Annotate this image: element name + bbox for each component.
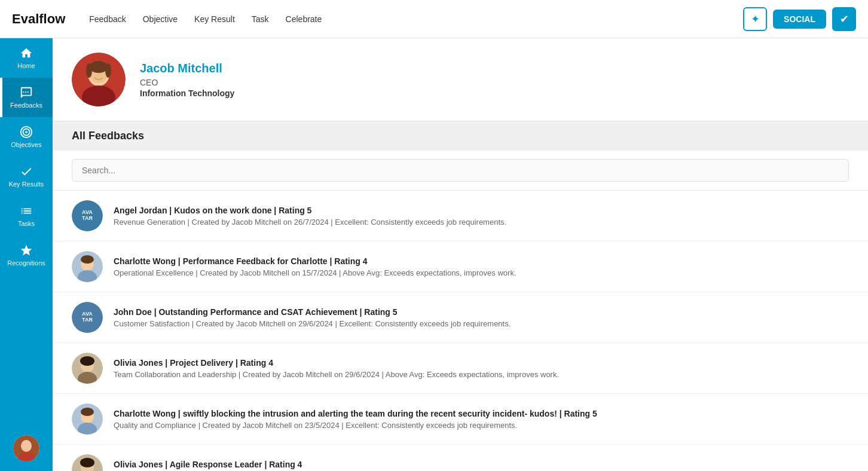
main-layout: Home Feedbacks Objectives Key Results: [0, 38, 868, 471]
feedbacks-icon: [20, 86, 33, 99]
sidebar-item-wrapper-recognitions: Recognitions: [0, 236, 53, 275]
feedback-text: Olivia Jones | Project Delivery | Rating…: [114, 358, 849, 379]
profile-header: Jacob Mitchell CEO Information Technolog…: [53, 38, 868, 121]
check-button[interactable]: ✔: [832, 7, 856, 31]
nav-key-result[interactable]: Key Result: [194, 14, 235, 24]
app-logo: Evalflow: [12, 11, 65, 27]
avatar: [72, 251, 103, 282]
avatar-text: AVATAR: [82, 210, 93, 222]
profile-avatar-image: [72, 53, 126, 106]
feedback-item[interactable]: Charlotte Wong | swiftly blocking the in…: [53, 394, 868, 445]
feedback-text: John Doe | Outstanding Performance and C…: [114, 307, 849, 328]
feedback-title: Olivia Jones | Agile Response Leader | R…: [114, 460, 849, 469]
avatar: [72, 353, 103, 384]
feedback-list: AVATAR Angel Jordan | Kudos on the work …: [53, 191, 868, 471]
ai-button[interactable]: ✦: [743, 7, 767, 31]
sidebar-item-keyresults[interactable]: Key Results: [0, 157, 53, 196]
avatar-oj2: [72, 454, 103, 471]
feedback-item[interactable]: Charlotte Wong | Performance Feedback fo…: [53, 241, 868, 292]
home-icon: [20, 47, 33, 60]
svg-point-24: [81, 408, 94, 416]
feedback-text: Olivia Jones | Agile Response Leader | R…: [114, 460, 849, 472]
sidebar-label-objectives: Objectives: [11, 141, 41, 148]
avatar-oj: [72, 353, 103, 384]
feedback-title: Olivia Jones | Project Delivery | Rating…: [114, 358, 849, 368]
feedback-subtitle: Revenue Generation | Created by Jacob Mi…: [114, 218, 849, 227]
top-navigation: Evalflow Feedback Objective Key Result T…: [0, 0, 868, 38]
sidebar-label-keyresults: Key Results: [9, 181, 44, 188]
keyresults-icon: [20, 165, 33, 178]
sidebar-item-objectives[interactable]: Objectives: [0, 117, 53, 157]
user-avatar-sidebar[interactable]: [13, 435, 39, 461]
sidebar-item-recognitions[interactable]: Recognitions: [0, 236, 53, 275]
avatar: AVATAR: [72, 200, 103, 231]
sidebar-label-feedbacks: Feedbacks: [10, 102, 42, 109]
search-container: [53, 151, 868, 191]
feedback-item[interactable]: Olivia Jones | Agile Response Leader | R…: [53, 445, 868, 471]
feedback-text: Angel Jordan | Kudos on the work done | …: [114, 206, 849, 227]
feedback-subtitle: Quality and Compliance | Created by Jaco…: [114, 421, 849, 430]
feedback-item[interactable]: AVATAR John Doe | Outstanding Performanc…: [53, 292, 868, 343]
tasks-icon: [20, 204, 33, 218]
svg-point-28: [80, 458, 94, 467]
avatar-cw2: [72, 403, 103, 435]
nav-feedback[interactable]: Feedback: [89, 14, 126, 24]
profile-title: CEO: [140, 78, 234, 87]
nav-links: Feedback Objective Key Result Task Celeb…: [89, 14, 322, 24]
sidebar-item-wrapper-feedbacks: Feedbacks: [0, 78, 53, 117]
avatar-cw: [72, 251, 103, 282]
objectives-icon: [20, 126, 33, 139]
feedback-text: Charlotte Wong | swiftly blocking the in…: [114, 409, 849, 430]
sidebar-item-home[interactable]: Home: [0, 38, 53, 78]
content-area: Jacob Mitchell CEO Information Technolog…: [53, 38, 868, 471]
sidebar-label-tasks: Tasks: [18, 220, 35, 227]
feedback-subtitle: Customer Satisfaction | Created by Jacob…: [114, 319, 849, 328]
nav-objective[interactable]: Objective: [143, 14, 178, 24]
feedback-subtitle: Team Collaboration and Leadership | Crea…: [114, 370, 849, 379]
feedback-subtitle: Operational Excellence | Created by Jaco…: [114, 268, 849, 277]
sidebar-item-wrapper-keyresults: Key Results: [0, 157, 53, 196]
feedback-text: Charlotte Wong | Performance Feedback fo…: [114, 256, 849, 277]
search-input[interactable]: [72, 159, 849, 182]
feedback-title: Charlotte Wong | swiftly blocking the in…: [114, 409, 849, 418]
sidebar-label-recognitions: Recognitions: [7, 259, 45, 267]
sidebar-item-wrapper-objectives: Objectives: [0, 117, 53, 157]
svg-point-2: [25, 131, 27, 133]
user-avatar-icon: [13, 435, 39, 461]
nav-task[interactable]: Task: [252, 14, 269, 24]
avatar: [72, 403, 103, 435]
feedback-item[interactable]: Olivia Jones | Project Delivery | Rating…: [53, 343, 868, 394]
svg-point-11: [86, 63, 92, 78]
nav-actions: ✦ SOCIAL ✔: [743, 7, 856, 31]
recognitions-icon: [20, 244, 33, 257]
profile-department: Information Technology: [140, 88, 234, 98]
sidebar-item-feedbacks[interactable]: Feedbacks: [0, 78, 53, 117]
svg-point-20: [80, 356, 94, 366]
sidebar-item-tasks[interactable]: Tasks: [0, 196, 53, 236]
feedback-title: Charlotte Wong | Performance Feedback fo…: [114, 256, 849, 266]
feedback-title: Angel Jordan | Kudos on the work done | …: [114, 206, 849, 215]
sidebar-item-wrapper-home: Home: [0, 38, 53, 78]
avatar: AVATAR: [72, 302, 103, 333]
sidebar-label-home: Home: [17, 62, 35, 69]
svg-point-16: [81, 255, 94, 264]
active-indicator: [0, 78, 2, 117]
avatar-text: AVATAR: [82, 311, 93, 323]
feedbacks-heading: All Feedbacks: [53, 121, 868, 151]
svg-point-4: [21, 440, 32, 452]
sidebar-item-wrapper-tasks: Tasks: [0, 196, 53, 236]
profile-avatar: [72, 53, 126, 106]
nav-celebrate[interactable]: Celebrate: [286, 14, 322, 24]
feedback-title: John Doe | Outstanding Performance and C…: [114, 307, 849, 317]
social-button[interactable]: SOCIAL: [773, 10, 826, 29]
sidebar: Home Feedbacks Objectives Key Results: [0, 38, 53, 471]
profile-info: Jacob Mitchell CEO Information Technolog…: [140, 62, 234, 98]
svg-point-12: [105, 63, 111, 78]
avatar: [72, 454, 103, 471]
profile-name: Jacob Mitchell: [140, 62, 234, 75]
feedback-item[interactable]: AVATAR Angel Jordan | Kudos on the work …: [53, 191, 868, 241]
